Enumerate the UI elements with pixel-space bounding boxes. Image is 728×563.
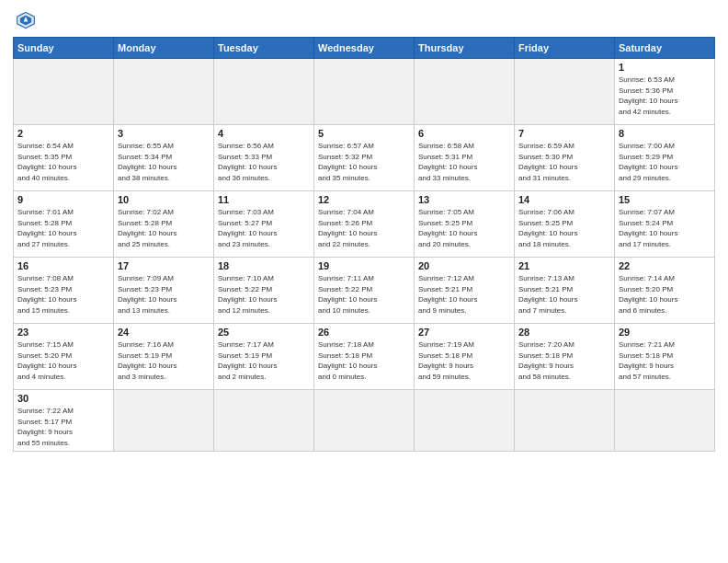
day-info: Sunrise: 6:57 AM Sunset: 5:32 PM Dayligh… xyxy=(318,141,410,183)
calendar-cell: 4Sunrise: 6:56 AM Sunset: 5:33 PM Daylig… xyxy=(214,125,314,191)
day-info: Sunrise: 7:17 AM Sunset: 5:19 PM Dayligh… xyxy=(218,339,310,382)
calendar-cell: 17Sunrise: 7:09 AM Sunset: 5:23 PM Dayli… xyxy=(114,258,214,324)
day-info: Sunrise: 7:04 AM Sunset: 5:26 PM Dayligh… xyxy=(318,207,410,249)
calendar-cell: 11Sunrise: 7:03 AM Sunset: 5:27 PM Dayli… xyxy=(214,191,314,258)
day-number: 24 xyxy=(118,327,210,338)
day-info: Sunrise: 7:16 AM Sunset: 5:19 PM Dayligh… xyxy=(118,339,210,382)
day-number: 26 xyxy=(318,327,410,338)
calendar-cell: 8Sunrise: 7:00 AM Sunset: 5:29 PM Daylig… xyxy=(615,125,715,191)
day-info: Sunrise: 7:21 AM Sunset: 5:18 PM Dayligh… xyxy=(619,339,711,382)
calendar-table: SundayMondayTuesdayWednesdayThursdayFrid… xyxy=(13,37,715,452)
calendar-cell: 20Sunrise: 7:12 AM Sunset: 5:21 PM Dayli… xyxy=(415,258,515,324)
calendar-cell: 2Sunrise: 6:54 AM Sunset: 5:35 PM Daylig… xyxy=(14,125,114,191)
calendar-header-monday: Monday xyxy=(114,38,214,59)
day-number: 8 xyxy=(619,128,711,139)
day-info: Sunrise: 7:03 AM Sunset: 5:27 PM Dayligh… xyxy=(218,207,310,249)
day-info: Sunrise: 6:55 AM Sunset: 5:34 PM Dayligh… xyxy=(118,141,210,183)
calendar-cell: 19Sunrise: 7:11 AM Sunset: 5:22 PM Dayli… xyxy=(314,258,415,324)
day-number: 7 xyxy=(518,128,610,139)
calendar-cell xyxy=(114,390,214,452)
calendar-cell: 25Sunrise: 7:17 AM Sunset: 5:19 PM Dayli… xyxy=(214,324,314,390)
calendar-week-row: 16Sunrise: 7:08 AM Sunset: 5:23 PM Dayli… xyxy=(14,258,715,324)
day-number: 18 xyxy=(218,260,310,271)
day-number: 2 xyxy=(17,128,109,139)
calendar-header-thursday: Thursday xyxy=(415,38,515,59)
calendar-header-saturday: Saturday xyxy=(615,38,715,59)
day-number: 4 xyxy=(218,128,310,139)
day-info: Sunrise: 7:18 AM Sunset: 5:18 PM Dayligh… xyxy=(318,339,410,382)
calendar-week-row: 1Sunrise: 6:53 AM Sunset: 5:36 PM Daylig… xyxy=(14,59,715,125)
calendar-week-row: 30Sunrise: 7:22 AM Sunset: 5:17 PM Dayli… xyxy=(14,390,715,452)
day-number: 28 xyxy=(518,327,610,338)
calendar-cell: 27Sunrise: 7:19 AM Sunset: 5:18 PM Dayli… xyxy=(415,324,515,390)
logo xyxy=(13,9,42,31)
calendar-cell: 6Sunrise: 6:58 AM Sunset: 5:31 PM Daylig… xyxy=(415,125,515,191)
day-info: Sunrise: 7:11 AM Sunset: 5:22 PM Dayligh… xyxy=(318,273,410,316)
day-info: Sunrise: 7:10 AM Sunset: 5:22 PM Dayligh… xyxy=(218,273,310,316)
calendar-cell: 10Sunrise: 7:02 AM Sunset: 5:28 PM Dayli… xyxy=(114,191,214,258)
calendar-cell: 18Sunrise: 7:10 AM Sunset: 5:22 PM Dayli… xyxy=(214,258,314,324)
calendar-cell: 9Sunrise: 7:01 AM Sunset: 5:28 PM Daylig… xyxy=(14,191,114,258)
day-info: Sunrise: 6:59 AM Sunset: 5:30 PM Dayligh… xyxy=(518,141,610,183)
day-number: 21 xyxy=(518,260,610,271)
calendar-week-row: 9Sunrise: 7:01 AM Sunset: 5:28 PM Daylig… xyxy=(14,191,715,258)
calendar-cell xyxy=(415,59,515,125)
day-info: Sunrise: 6:54 AM Sunset: 5:35 PM Dayligh… xyxy=(17,141,109,183)
calendar-cell: 3Sunrise: 6:55 AM Sunset: 5:34 PM Daylig… xyxy=(114,125,214,191)
day-number: 20 xyxy=(418,260,510,271)
day-number: 1 xyxy=(619,62,711,73)
calendar-cell: 21Sunrise: 7:13 AM Sunset: 5:21 PM Dayli… xyxy=(515,258,615,324)
calendar-cell: 24Sunrise: 7:16 AM Sunset: 5:19 PM Dayli… xyxy=(114,324,214,390)
day-info: Sunrise: 7:06 AM Sunset: 5:25 PM Dayligh… xyxy=(518,207,610,249)
day-number: 10 xyxy=(118,194,210,205)
calendar-cell: 22Sunrise: 7:14 AM Sunset: 5:20 PM Dayli… xyxy=(615,258,715,324)
day-number: 27 xyxy=(418,327,510,338)
day-number: 22 xyxy=(619,260,711,271)
calendar-cell: 7Sunrise: 6:59 AM Sunset: 5:30 PM Daylig… xyxy=(515,125,615,191)
calendar-header-sunday: Sunday xyxy=(14,38,114,59)
day-info: Sunrise: 6:58 AM Sunset: 5:31 PM Dayligh… xyxy=(418,141,510,183)
calendar-cell: 16Sunrise: 7:08 AM Sunset: 5:23 PM Dayli… xyxy=(14,258,114,324)
calendar-cell xyxy=(214,390,314,452)
calendar-cell xyxy=(314,390,415,452)
calendar-week-row: 23Sunrise: 7:15 AM Sunset: 5:20 PM Dayli… xyxy=(14,324,715,390)
calendar-cell: 29Sunrise: 7:21 AM Sunset: 5:18 PM Dayli… xyxy=(615,324,715,390)
calendar-cell: 12Sunrise: 7:04 AM Sunset: 5:26 PM Dayli… xyxy=(314,191,415,258)
day-number: 19 xyxy=(318,260,410,271)
day-info: Sunrise: 7:07 AM Sunset: 5:24 PM Dayligh… xyxy=(619,207,711,249)
calendar-cell xyxy=(515,390,615,452)
calendar-cell: 5Sunrise: 6:57 AM Sunset: 5:32 PM Daylig… xyxy=(314,125,415,191)
day-info: Sunrise: 7:00 AM Sunset: 5:29 PM Dayligh… xyxy=(619,141,711,183)
calendar-cell: 28Sunrise: 7:20 AM Sunset: 5:18 PM Dayli… xyxy=(515,324,615,390)
calendar-header-tuesday: Tuesday xyxy=(214,38,314,59)
calendar-cell xyxy=(314,59,415,125)
calendar-cell: 14Sunrise: 7:06 AM Sunset: 5:25 PM Dayli… xyxy=(515,191,615,258)
calendar-cell: 26Sunrise: 7:18 AM Sunset: 5:18 PM Dayli… xyxy=(314,324,415,390)
day-info: Sunrise: 7:05 AM Sunset: 5:25 PM Dayligh… xyxy=(418,207,510,249)
page: SundayMondayTuesdayWednesdayThursdayFrid… xyxy=(0,0,728,563)
day-number: 30 xyxy=(17,393,109,404)
day-info: Sunrise: 6:56 AM Sunset: 5:33 PM Dayligh… xyxy=(218,141,310,183)
calendar-cell xyxy=(415,390,515,452)
day-number: 14 xyxy=(518,194,610,205)
day-info: Sunrise: 6:53 AM Sunset: 5:36 PM Dayligh… xyxy=(619,75,711,117)
day-number: 12 xyxy=(318,194,410,205)
day-info: Sunrise: 7:13 AM Sunset: 5:21 PM Dayligh… xyxy=(518,273,610,316)
day-number: 5 xyxy=(318,128,410,139)
calendar-cell xyxy=(114,59,214,125)
day-number: 11 xyxy=(218,194,310,205)
day-number: 29 xyxy=(619,327,711,338)
calendar-header-wednesday: Wednesday xyxy=(314,38,415,59)
day-number: 3 xyxy=(118,128,210,139)
calendar-cell: 30Sunrise: 7:22 AM Sunset: 5:17 PM Dayli… xyxy=(14,390,114,452)
header xyxy=(13,9,715,31)
day-info: Sunrise: 7:01 AM Sunset: 5:28 PM Dayligh… xyxy=(17,207,109,249)
day-info: Sunrise: 7:02 AM Sunset: 5:28 PM Dayligh… xyxy=(118,207,210,249)
calendar-cell xyxy=(615,390,715,452)
calendar-cell: 13Sunrise: 7:05 AM Sunset: 5:25 PM Dayli… xyxy=(415,191,515,258)
day-info: Sunrise: 7:09 AM Sunset: 5:23 PM Dayligh… xyxy=(118,273,210,316)
day-number: 17 xyxy=(118,260,210,271)
day-number: 9 xyxy=(17,194,109,205)
day-info: Sunrise: 7:08 AM Sunset: 5:23 PM Dayligh… xyxy=(17,273,109,316)
day-info: Sunrise: 7:15 AM Sunset: 5:20 PM Dayligh… xyxy=(17,339,109,382)
